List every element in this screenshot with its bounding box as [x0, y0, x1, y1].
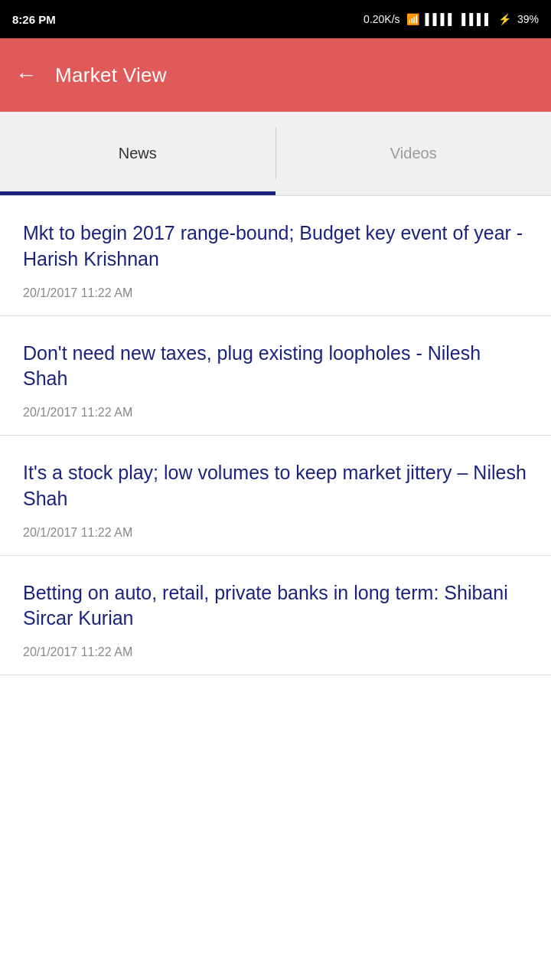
charging-icon: ⚡: [498, 13, 511, 25]
status-time: 8:26 PM: [12, 13, 56, 26]
news-timestamp-3: 20/1/2017 11:22 AM: [23, 526, 528, 540]
news-timestamp-4: 20/1/2017 11:22 AM: [23, 645, 528, 659]
news-item-3[interactable]: It's a stock play; low volumes to keep m…: [0, 436, 551, 556]
status-right: 0.20K/s 📶 ▌▌▌▌ ▌▌▌▌ ⚡ 39%: [364, 13, 539, 25]
tab-bar: News Videos: [0, 112, 551, 196]
news-item-2[interactable]: Don't need new taxes, plug existing loop…: [0, 316, 551, 436]
tab-news-label: News: [119, 145, 157, 162]
app-bar-title: Market View: [55, 64, 167, 87]
network-speed: 0.20K/s: [364, 13, 399, 25]
tab-videos[interactable]: Videos: [276, 112, 552, 195]
news-title-4: Betting on auto, retail, private banks i…: [23, 580, 528, 632]
news-item-4[interactable]: Betting on auto, retail, private banks i…: [0, 556, 551, 676]
back-button[interactable]: ←: [15, 64, 37, 86]
news-list: Mkt to begin 2017 range-bound; Budget ke…: [0, 196, 551, 675]
news-item-1[interactable]: Mkt to begin 2017 range-bound; Budget ke…: [0, 196, 551, 316]
wifi-icon: 📶: [406, 13, 419, 25]
battery-percent: 39%: [517, 13, 539, 25]
news-title-1: Mkt to begin 2017 range-bound; Budget ke…: [23, 220, 528, 273]
tab-news[interactable]: News: [0, 112, 276, 195]
status-bar: 8:26 PM 0.20K/s 📶 ▌▌▌▌ ▌▌▌▌ ⚡ 39%: [0, 0, 551, 38]
tab-videos-label: Videos: [390, 145, 437, 162]
news-timestamp-2: 20/1/2017 11:22 AM: [23, 406, 528, 420]
news-timestamp-1: 20/1/2017 11:22 AM: [23, 286, 528, 300]
news-title-3: It's a stock play; low volumes to keep m…: [23, 460, 528, 512]
signal-icon-2: ▌▌▌▌: [461, 13, 492, 25]
signal-icon: ▌▌▌▌: [425, 13, 456, 25]
app-bar: ← Market View: [0, 38, 551, 112]
news-title-2: Don't need new taxes, plug existing loop…: [23, 341, 528, 393]
